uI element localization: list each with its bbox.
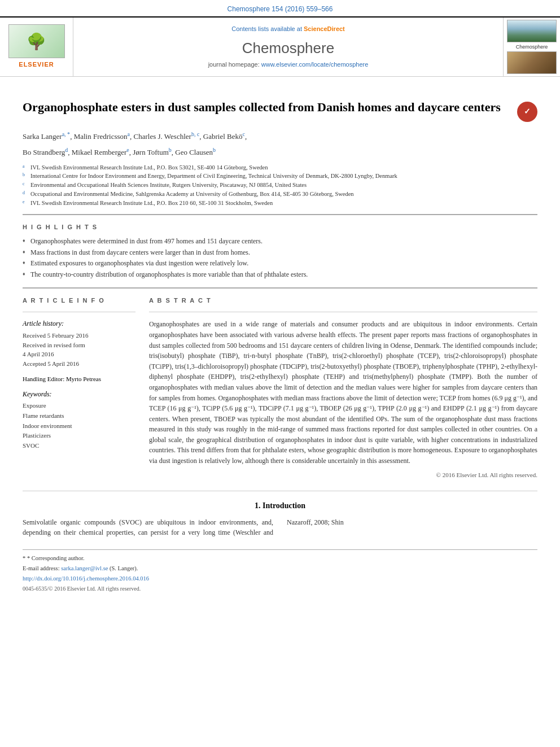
affil-c-letter: c xyxy=(23,181,29,190)
author-bo-super: d xyxy=(65,147,68,153)
abstract-copyright: © 2016 Elsevier Ltd. All rights reserved… xyxy=(149,471,537,479)
divider-2 xyxy=(23,287,537,289)
authors-line-2: Bo Strandbergd, Mikael Rembergere, Jørn … xyxy=(23,146,537,159)
keyword-5: SVOC xyxy=(23,441,135,451)
history-received: Received 5 February 2016 xyxy=(23,331,135,340)
journal-main-title: Chemosphere xyxy=(242,38,334,58)
keywords-section: Keywords: Exposure Flame retardants Indo… xyxy=(23,390,135,451)
history-title: Article history: xyxy=(23,319,135,329)
highlight-item-2: Mass fractions in dust from daycare cent… xyxy=(23,248,537,257)
author-gabriel-super: c xyxy=(243,131,245,137)
footer: * * Corresponding author. E-mail address… xyxy=(23,549,537,593)
author-charles-super: b, c xyxy=(191,131,199,137)
highlights-list: Organophosphates were determined in dust… xyxy=(23,237,537,279)
handling-editor-name: Myrto Petreas xyxy=(66,375,101,382)
author-geo-super: b xyxy=(213,147,216,153)
author-sarka-super: a, * xyxy=(62,131,70,137)
intro-section-title: Introduction xyxy=(262,501,305,510)
affil-a-text: IVL Swedish Environmental Research Insti… xyxy=(30,163,268,172)
homepage-label: journal homepage: xyxy=(208,61,260,68)
affil-d-text: Occupational and Environmental Medicine,… xyxy=(30,190,354,199)
article-info-col: A R T I C L E I N F O Article history: R… xyxy=(23,296,135,479)
highlight-item-4: The country-to-country distribution of o… xyxy=(23,270,537,279)
intro-paragraph: Semivolatile organic compounds (SVOC) ar… xyxy=(23,518,344,537)
crossmark-badge[interactable]: ✓ xyxy=(517,102,537,122)
corresponding-label: * Corresponding author. xyxy=(27,555,85,561)
abstract-label: A B S T R A C T xyxy=(149,296,537,305)
article-history: Article history: Received 5 February 201… xyxy=(23,319,135,368)
corresponding-star: * xyxy=(23,555,27,561)
science-direct-line: Contents lists available at ScienceDirec… xyxy=(231,25,345,33)
thumbnail-image-1 xyxy=(507,20,557,42)
affil-b-letter: b xyxy=(23,172,29,181)
affil-b-text: International Centre for Indoor Environm… xyxy=(30,172,397,181)
footer-email-line: E-mail address: sarka.langer@ivl.se (S. … xyxy=(23,565,537,573)
highlights-label: H I G H L I G H T S xyxy=(23,223,537,231)
crossmark-icon: ✓ xyxy=(524,107,531,117)
article-title-text: Organophosphate esters in dust samples c… xyxy=(23,99,511,116)
journal-header: 🌳 ELSEVIER Contents lists available at S… xyxy=(0,16,560,77)
affiliations-block: a IVL Swedish Environmental Research Ins… xyxy=(23,163,537,208)
authors-line: Sarka Langera, *, Malin Fredricssona, Ch… xyxy=(23,130,537,143)
highlights-section: H I G H L I G H T S Organophosphates wer… xyxy=(23,223,537,279)
elsevier-label: ELSEVIER xyxy=(19,60,54,69)
elsevier-logo-area: 🌳 ELSEVIER xyxy=(0,18,73,77)
info-divider xyxy=(23,312,135,312)
author-gabriel: Gabriel Bekö xyxy=(203,133,243,141)
thumbnail-image-2 xyxy=(507,51,557,74)
abstract-text: Organophosphates are used in a wide rang… xyxy=(149,319,537,466)
footer-email-name: (S. Langer). xyxy=(110,565,138,571)
affil-b: b International Centre for Indoor Enviro… xyxy=(23,172,537,181)
history-revised-date: 4 April 2016 xyxy=(23,350,135,359)
footer-email[interactable]: sarka.langer@ivl.se xyxy=(61,565,108,571)
affil-e-text: IVL Swedish Environmental Research Insti… xyxy=(30,199,273,208)
abstract-col: A B S T R A C T Organophosphates are use… xyxy=(149,296,537,479)
contents-label: Contents lists available at xyxy=(231,25,302,32)
elsevier-logo-image: 🌳 xyxy=(8,24,65,58)
elsevier-tree-icon: 🌳 xyxy=(27,30,46,53)
affil-d-letter: d xyxy=(23,190,29,199)
author-sarka: Sarka Langer xyxy=(23,133,62,141)
keyword-1: Exposure xyxy=(23,401,135,411)
divider-1 xyxy=(23,214,537,215)
keywords-title: Keywords: xyxy=(23,390,135,399)
author-malin: Malin Fredricsson xyxy=(74,133,128,141)
author-charles: Charles J. Weschler xyxy=(134,133,191,141)
affil-c: c Environmental and Occupational Health … xyxy=(23,181,537,190)
footer-corresponding: * * Corresponding author. xyxy=(23,554,537,563)
handling-editor-block: Handling Editor: Myrto Petreas xyxy=(23,375,135,383)
author-mikael: Mikael Remberger xyxy=(72,148,127,156)
intro-title: 1. Introduction xyxy=(23,500,537,512)
homepage-url[interactable]: www.elsevier.com/locate/chemosphere xyxy=(261,61,369,68)
keyword-2: Flame retardants xyxy=(23,411,135,421)
handling-editor-label: Handling Editor: xyxy=(23,375,64,382)
highlight-item-3: Estimated exposures to organophosphates … xyxy=(23,259,537,268)
history-revised-label: Received in revised form xyxy=(23,340,135,350)
highlight-item-1: Organophosphates were determined in dust… xyxy=(23,237,537,246)
doi-url[interactable]: http://dx.doi.org/10.1016/j.chemosphere.… xyxy=(23,575,149,582)
author-malin-super: a xyxy=(128,131,130,137)
article-info-abstract: A R T I C L E I N F O Article history: R… xyxy=(23,296,537,479)
author-mikael-super: e xyxy=(126,147,129,153)
science-direct-name: ScienceDirect xyxy=(304,25,345,32)
keyword-4: Plasticizers xyxy=(23,431,135,441)
affil-e: e IVL Swedish Environmental Research Ins… xyxy=(23,199,537,208)
article-content: Organophosphate esters in dust samples c… xyxy=(0,77,560,604)
author-jorn-super: b xyxy=(169,147,172,153)
author-jorn: Jørn Toftum xyxy=(133,148,169,156)
affil-e-letter: e xyxy=(23,199,29,208)
introduction-section: 1. Introduction Semivolatile organic com… xyxy=(23,491,537,538)
intro-number: 1. xyxy=(255,501,262,510)
abstract-divider xyxy=(149,312,537,312)
author-geo: Geo Clausen xyxy=(175,148,213,156)
affil-c-text: Environmental and Occupational Health Sc… xyxy=(30,181,307,190)
footer-doi[interactable]: http://dx.doi.org/10.1016/j.chemosphere.… xyxy=(23,575,537,583)
footer-issn: 0045-6535/© 2016 Elsevier Ltd. All right… xyxy=(23,585,537,593)
affil-a: a IVL Swedish Environmental Research Ins… xyxy=(23,163,537,172)
article-title-block: Organophosphate esters in dust samples c… xyxy=(23,99,537,122)
history-accepted: Accepted 5 April 2016 xyxy=(23,359,135,369)
journal-title-area: Contents lists available at ScienceDirec… xyxy=(73,18,504,77)
author-bo: Bo Strandberg xyxy=(23,148,65,156)
intro-text: Semivolatile organic compounds (SVOC) ar… xyxy=(23,517,537,538)
thumbnail-label: Chemosphere xyxy=(516,43,548,51)
